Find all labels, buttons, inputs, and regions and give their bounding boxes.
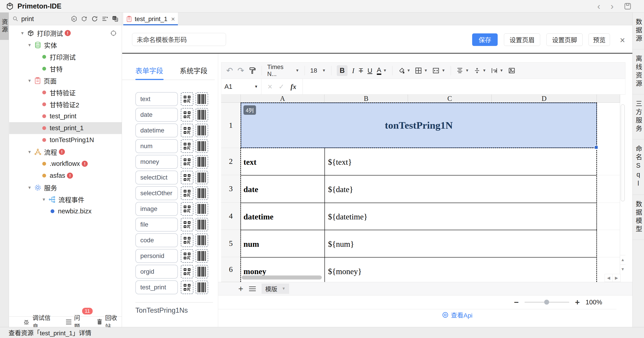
qr-code-icon[interactable] <box>181 187 193 200</box>
field-chip[interactable]: image <box>136 202 178 216</box>
vertical-scrollbar-thumb[interactable] <box>621 104 625 201</box>
zoom-out-icon[interactable]: − <box>514 298 519 307</box>
field-chip[interactable]: datetime <box>136 123 178 137</box>
save-button[interactable]: 保存 <box>472 33 498 46</box>
qr-code-icon[interactable] <box>181 202 193 216</box>
barcode-icon[interactable] <box>196 171 208 184</box>
tree-item-gantt-verify2[interactable]: 甘特验证2 <box>9 98 122 110</box>
underline-button[interactable]: U <box>368 67 372 74</box>
cell-b2[interactable]: ${text} <box>328 157 352 167</box>
nav-forward-icon[interactable]: › <box>611 2 614 11</box>
grid-corner[interactable] <box>221 95 241 103</box>
barcode-icon[interactable] <box>196 249 208 263</box>
preview-button[interactable]: 预览 <box>588 33 610 46</box>
cell-a5[interactable]: num <box>244 239 259 249</box>
sheet-tab-template[interactable]: 模版 ▼ <box>262 283 289 294</box>
barcode-icon[interactable] <box>196 265 208 278</box>
sheet-grid[interactable]: A B C D 1 2 3 4 5 6 <box>221 95 626 282</box>
new-package-icon[interactable] <box>81 16 88 22</box>
ai-assistant-icon[interactable]: AI <box>71 16 78 22</box>
barcode-icon[interactable] <box>196 234 208 247</box>
scroll-left-icon[interactable]: ◀ <box>604 274 613 282</box>
translate-icon[interactable]: En文 <box>112 16 118 22</box>
field-chip[interactable]: num <box>136 139 178 153</box>
italic-button[interactable]: I <box>352 67 354 75</box>
tab-system-fields[interactable]: 系统字段 <box>180 65 208 75</box>
qr-code-icon[interactable] <box>181 265 193 278</box>
qr-code-icon[interactable] <box>181 124 193 137</box>
text-wrap-button[interactable]: ▼ <box>491 67 504 74</box>
scroll-down-icon[interactable]: ▼ <box>620 264 626 274</box>
tree-item-pages[interactable]: ▾ 页面 <box>9 75 122 87</box>
insert-image-button[interactable] <box>508 67 516 74</box>
column-header-c[interactable]: C <box>408 95 492 103</box>
cell-b6[interactable]: ${money} <box>328 267 362 276</box>
font-size-select[interactable]: 18▼ <box>310 67 326 74</box>
field-chip[interactable]: selectDict <box>136 171 178 185</box>
barcode-icon[interactable] <box>196 202 208 216</box>
barcode-icon[interactable] <box>196 218 208 231</box>
row-header-4[interactable]: 4 <box>221 203 241 230</box>
tree-item-print-test-root[interactable]: ▾ 打印测试 ! <box>9 27 122 39</box>
tree-item-entities[interactable]: ▾ 实体 <box>9 39 122 51</box>
qr-code-icon[interactable] <box>181 171 193 184</box>
qr-code-icon[interactable] <box>181 281 193 294</box>
paint-format-icon[interactable] <box>248 67 256 74</box>
caret-down-icon[interactable]: ▾ <box>40 197 47 202</box>
rail-tab-data-model[interactable]: 数据模型 <box>632 195 644 240</box>
cell-a2[interactable]: text <box>244 157 256 167</box>
cancel-entry-icon[interactable]: × <box>268 82 272 91</box>
tree-item-asfas[interactable]: asfas ! <box>9 170 122 182</box>
tree-item-gantt-verify[interactable]: 甘特验证 <box>9 87 122 98</box>
horizontal-scrollbar-thumb[interactable] <box>242 275 322 279</box>
field-chip[interactable]: text <box>136 92 178 106</box>
qr-code-icon[interactable] <box>181 139 193 153</box>
row-header-5[interactable]: 5 <box>221 230 241 257</box>
barcode-icon[interactable] <box>196 92 208 106</box>
field-chip[interactable]: test_print <box>136 280 178 294</box>
bold-button[interactable]: B <box>337 65 348 76</box>
nav-back-icon[interactable]: ‹ <box>597 2 600 11</box>
field-chip[interactable]: code <box>136 233 178 247</box>
tab-form-fields[interactable]: 表单字段 <box>136 65 163 75</box>
save-icon[interactable] <box>624 3 632 10</box>
qr-code-icon[interactable] <box>181 218 193 231</box>
column-header-partial[interactable] <box>597 95 620 103</box>
barcode-icon[interactable] <box>196 281 208 294</box>
barcode-icon[interactable] <box>196 139 208 153</box>
barcode-icon[interactable] <box>196 124 208 137</box>
qr-code-icon[interactable] <box>181 92 193 106</box>
cell-b3[interactable]: ${date} <box>328 185 353 194</box>
font-color-button[interactable]: A▼ <box>377 66 387 75</box>
column-header-a[interactable]: A <box>241 95 324 103</box>
tab-test-print-1[interactable]: test_print_1 × <box>123 13 178 25</box>
caret-down-icon[interactable]: ▾ <box>26 42 33 48</box>
tree-item-gantt-entity[interactable]: 甘特 <box>9 63 122 75</box>
confirm-entry-icon[interactable]: ✓ <box>278 83 284 91</box>
caret-down-icon[interactable]: ▾ <box>26 149 33 155</box>
cell-name-box[interactable]: A1 ▼ <box>221 83 258 90</box>
vertical-scrollbar[interactable]: ▲ ▼ <box>620 103 626 282</box>
cell-b5[interactable]: ${num} <box>328 239 354 249</box>
tree-item-newbiz-bizx[interactable]: newbiz.bizx <box>9 205 122 217</box>
barcode-icon[interactable] <box>196 187 208 200</box>
refresh-icon[interactable] <box>91 16 98 22</box>
barcode-icon[interactable] <box>196 155 208 168</box>
template-name-input[interactable] <box>132 33 226 46</box>
add-sheet-icon[interactable]: + <box>238 284 243 294</box>
set-page-header-button[interactable]: 设置页眉 <box>504 33 540 46</box>
field-chip[interactable]: selectOther <box>136 186 178 200</box>
caret-down-icon[interactable]: ▾ <box>19 30 26 36</box>
scroll-up-icon[interactable]: ▲ <box>620 255 626 264</box>
barcode-icon[interactable] <box>196 108 208 121</box>
sheet-list-icon[interactable] <box>249 286 256 291</box>
qr-code-icon[interactable] <box>181 234 193 247</box>
rail-tab-resources[interactable]: 资源 <box>0 13 9 40</box>
locate-icon[interactable] <box>110 30 117 37</box>
tree-item-tontestpring1n[interactable]: tonTestPring1N <box>9 134 122 146</box>
search-input[interactable] <box>21 15 71 23</box>
cell-a3[interactable]: date <box>244 185 258 194</box>
row-header-2[interactable]: 2 <box>221 148 241 175</box>
function-icon[interactable]: fx <box>290 83 296 91</box>
zoom-slider[interactable] <box>524 302 569 303</box>
